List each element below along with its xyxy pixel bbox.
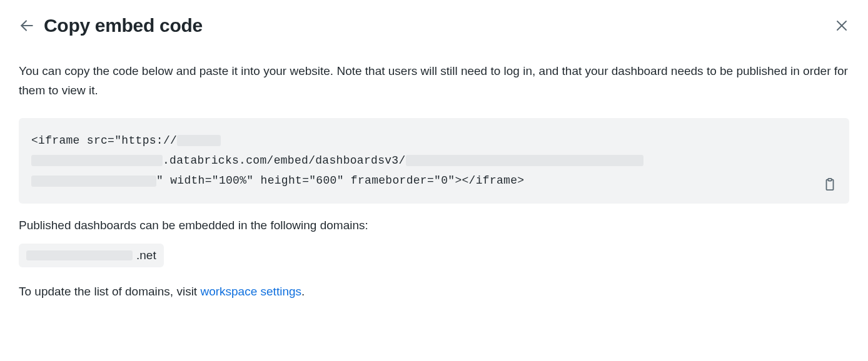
arrow-left-icon: [19, 17, 35, 34]
update-prefix: To update the list of domains, visit: [19, 285, 200, 298]
close-icon: [834, 18, 849, 33]
close-button[interactable]: [834, 18, 849, 33]
redacted-host-part: [31, 155, 163, 166]
code-segment: <iframe src="https://: [31, 134, 177, 147]
svg-rect-4: [828, 179, 832, 181]
clipboard-icon: [823, 177, 837, 191]
domain-pill: .net: [19, 244, 164, 267]
back-button[interactable]: [19, 17, 35, 34]
update-suffix: .: [301, 285, 305, 298]
redacted-path-part: [406, 155, 643, 166]
workspace-settings-link[interactable]: workspace settings: [200, 285, 301, 298]
dialog-header: Copy embed code: [19, 15, 849, 36]
redacted-path-part: [31, 176, 156, 187]
redacted-host-part: [177, 135, 221, 146]
domains-label: Published dashboards can be embedded in …: [19, 219, 849, 232]
dialog-title: Copy embed code: [44, 15, 203, 36]
update-domains-line: To update the list of domains, visit wor…: [19, 285, 849, 299]
embed-code-block: <iframe src="https:// .databricks.com/em…: [19, 118, 849, 204]
code-segment: .databricks.com/embed/dashboardsv3/: [163, 154, 406, 167]
dialog-description: You can copy the code below and paste it…: [19, 61, 849, 101]
code-segment: " width="100%" height="600" frameborder=…: [156, 174, 524, 187]
domain-suffix: .net: [136, 249, 156, 262]
header-left: Copy embed code: [19, 15, 203, 36]
copy-button[interactable]: [823, 177, 837, 191]
redacted-domain-name: [26, 250, 133, 260]
